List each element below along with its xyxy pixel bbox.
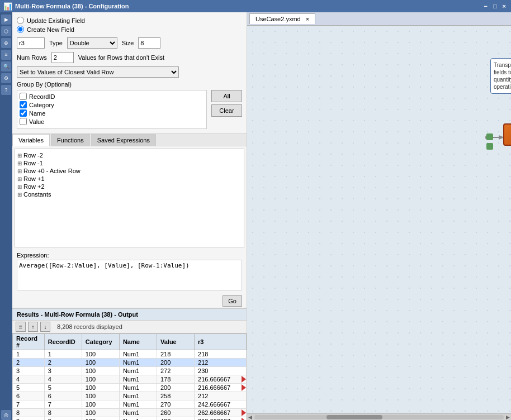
sidebar-icon-7[interactable]: ?: [1, 85, 11, 95]
size-label: Size: [122, 40, 134, 46]
table-row[interactable]: 99100Num1402310.666667: [13, 417, 247, 421]
checkbox-name[interactable]: [20, 109, 27, 117]
app-icon: 📊: [3, 2, 12, 11]
num-rows-row: Num Rows Values for Rows that don't Exis…: [17, 52, 242, 63]
toolbar-btn-list[interactable]: ≡: [16, 322, 26, 332]
cell-value: 270: [157, 400, 194, 409]
cell-recordid: 5: [44, 384, 82, 392]
col-header-category: Category: [82, 334, 119, 350]
type-label: Type: [49, 40, 63, 46]
field-name-input[interactable]: [17, 37, 45, 49]
create-field-radio[interactable]: [17, 26, 24, 33]
cell-r3: 216.666667: [195, 384, 247, 392]
cell-name: Num1: [119, 359, 157, 367]
toolbar-btn-down[interactable]: ↓: [40, 322, 50, 332]
expand-icon-2: ⊞: [17, 160, 22, 166]
cell-r3: 262.666667: [195, 409, 247, 417]
tab-functions[interactable]: Functions: [51, 134, 90, 146]
checkbox-recordid[interactable]: [20, 93, 27, 100]
table-row[interactable]: 66100Num1258212: [13, 392, 247, 400]
update-field-radio[interactable]: [17, 17, 24, 24]
cell-name: Num1: [119, 350, 157, 359]
cell-value: 402: [157, 417, 194, 421]
tree-label-3: Row +0 - Active Row: [23, 168, 81, 174]
checkbox-category[interactable]: [20, 101, 27, 108]
canvas-area[interactable]: #1: [247, 26, 511, 413]
sidebar-icon-6[interactable]: ⚙: [1, 73, 11, 83]
cell-record: 5: [13, 384, 45, 392]
tree-label-6: Constants: [23, 191, 51, 198]
go-button[interactable]: Go: [223, 295, 242, 307]
sidebar-icon-bottom[interactable]: ◎: [1, 410, 11, 420]
expand-icon-5: ⊞: [17, 184, 22, 190]
tree-row-constants[interactable]: ⊞ Constants: [17, 190, 242, 198]
tree-row-minus2[interactable]: ⊞ Row -2: [17, 151, 242, 159]
config-section: Update Existing Field Create New Field T…: [12, 12, 247, 134]
size-input[interactable]: [138, 37, 160, 49]
expand-icon-3: ⊞: [17, 168, 22, 174]
values-select[interactable]: Set to Values of Closest Valid Row: [17, 66, 179, 78]
num-rows-input[interactable]: [51, 52, 74, 63]
checkbox-category-label: Category: [29, 102, 54, 108]
tree-row-plus1[interactable]: ⊞ Row +1: [17, 175, 242, 183]
cell-record: 4: [13, 375, 45, 384]
results-title: Results - Multi-Row Formula (38) - Outpu…: [17, 311, 138, 318]
sidebar-icon-5[interactable]: 🔍: [1, 61, 11, 71]
checkbox-value[interactable]: [20, 118, 27, 125]
col-header-value: Value: [157, 334, 194, 350]
expression-input[interactable]: Average([Row-2:Value], [Value], [Row-1:V…: [17, 260, 242, 290]
type-select[interactable]: Double Integer String: [67, 37, 117, 49]
clear-button[interactable]: Clear: [211, 104, 242, 117]
table-row[interactable]: 55100Num1200216.666667: [13, 384, 247, 392]
cell-name: Num1: [119, 409, 157, 417]
left-sidebar: ▶ ⬡ ⊕ ≡ 🔍 ⚙ ? ◎: [0, 12, 12, 420]
table-row[interactable]: 22100Num1200212: [13, 359, 247, 367]
checkbox-value-label: Value: [29, 118, 44, 125]
cell-category: 100: [82, 400, 119, 409]
expand-icon-4: ⊞: [17, 176, 22, 182]
connection-lines: #1: [247, 26, 511, 413]
tab-variables[interactable]: Variables: [12, 134, 50, 146]
sidebar-icon-4[interactable]: ≡: [1, 50, 11, 60]
tab-saved-expressions[interactable]: Saved Expressions: [91, 134, 156, 146]
tree-row-active[interactable]: ⊞ Row +0 - Active Row: [17, 167, 242, 175]
canvas-tab-usecase[interactable]: UseCase2.yxmd ×: [249, 13, 315, 24]
cell-r3: 310.666667: [195, 417, 247, 421]
minimize-btn[interactable]: −: [482, 3, 489, 9]
tree-label-2: Row -1: [23, 160, 43, 166]
tree-row-minus1[interactable]: ⊞ Row -1: [17, 159, 242, 167]
canvas-tab-close[interactable]: ×: [306, 16, 309, 22]
cell-name: Num1: [119, 400, 157, 409]
table-row[interactable]: 33100Num1272230: [13, 367, 247, 375]
table-row[interactable]: 44100Num1178216.666667: [13, 375, 247, 384]
cell-recordid: 9: [44, 417, 82, 421]
sidebar-icon-3[interactable]: ⊕: [1, 38, 11, 48]
cell-record: 3: [13, 367, 45, 375]
node-transpose[interactable]: ⇄: [503, 123, 511, 146]
title-bar: 📊 Multi-Row Formula (38) - Configuration…: [0, 0, 511, 12]
group-by-section: Group By (Optional) RecordID Category: [17, 81, 242, 129]
table-row[interactable]: 11100Num1218218: [13, 350, 247, 359]
cell-record: 8: [13, 409, 45, 417]
toolbar-btn-up[interactable]: ↑: [28, 322, 38, 332]
text-node[interactable]: Transpose all data fields to reduce the …: [490, 58, 511, 94]
sidebar-icon-2[interactable]: ⬡: [1, 26, 11, 36]
all-button[interactable]: All: [211, 90, 242, 102]
expression-section: Expression: Average([Row-2:Value], [Valu…: [12, 250, 247, 294]
horizontal-scrollbar[interactable]: ◀ ▶: [247, 413, 511, 420]
tab-bar: Variables Functions Saved Expressions: [12, 134, 247, 146]
close-btn[interactable]: ×: [501, 3, 508, 9]
sidebar-icon-1[interactable]: ▶: [1, 15, 11, 25]
table-row[interactable]: 88100Num1260262.666667: [13, 409, 247, 417]
tree-row-plus2[interactable]: ⊞ Row +2: [17, 183, 242, 190]
cell-category: 100: [82, 392, 119, 400]
values-label: Values for Rows that don't Exist: [78, 54, 164, 61]
col-header-record: Record #: [13, 334, 45, 350]
table-row[interactable]: 77100Num1270242.666667: [13, 400, 247, 409]
cell-category: 100: [82, 417, 119, 421]
col-header-recordid: RecordID: [44, 334, 82, 350]
maximize-btn[interactable]: □: [491, 3, 499, 9]
col-header-r3: r3: [195, 334, 247, 350]
cell-category: 100: [82, 409, 119, 417]
results-table-wrapper[interactable]: Record # RecordID Category Name Value r3…: [12, 333, 247, 420]
